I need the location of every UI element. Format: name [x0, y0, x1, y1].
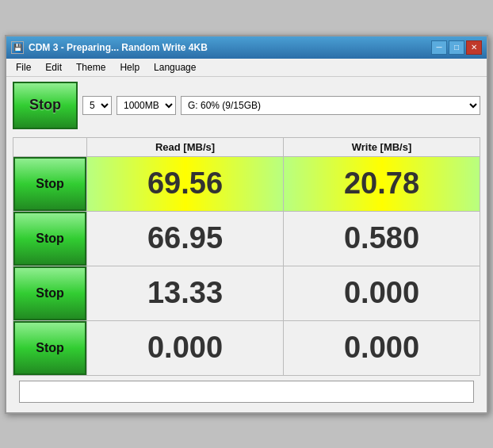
table-row: Stop69.5620.78 — [13, 156, 480, 211]
read-value-1: 66.95 — [87, 211, 284, 266]
stop-button-1[interactable]: Stop — [13, 212, 86, 266]
table-row: Stop13.330.000 — [13, 266, 480, 320]
stop-button-top[interactable]: Stop — [13, 82, 78, 129]
close-button[interactable]: ✕ — [466, 40, 482, 55]
btn-cell-1: Stop — [13, 211, 87, 266]
stop-button-2[interactable]: Stop — [13, 266, 86, 320]
write-value-2: 0.000 — [284, 266, 480, 320]
stop-button-0[interactable]: Stop — [13, 157, 86, 211]
menu-file[interactable]: File — [10, 60, 37, 75]
minimize-button[interactable]: ─ — [431, 40, 447, 55]
data-table: Read [MB/s] Write [MB/s] Stop69.5620.78S… — [13, 137, 480, 376]
menu-edit[interactable]: Edit — [39, 60, 68, 75]
status-bar — [19, 381, 474, 403]
restore-button[interactable]: □ — [449, 40, 464, 55]
write-value-0: 20.78 — [284, 156, 480, 211]
app-icon: 💾 — [11, 41, 24, 54]
menu-language[interactable]: Language — [147, 60, 202, 75]
title-bar-left: 💾 CDM 3 - Preparing... Random Write 4KB — [11, 41, 208, 54]
write-value-1: 0.580 — [284, 211, 480, 266]
window-title: CDM 3 - Preparing... Random Write 4KB — [29, 42, 208, 53]
main-window: 💾 CDM 3 - Preparing... Random Write 4KB … — [5, 35, 488, 414]
table-row: Stop66.950.580 — [13, 211, 480, 266]
read-value-3: 0.000 — [87, 320, 284, 375]
passes-select[interactable]: 5 1 3 — [82, 96, 112, 115]
title-bar: 💾 CDM 3 - Preparing... Random Write 4KB … — [6, 36, 487, 59]
btn-cell-0: Stop — [13, 156, 87, 211]
size-select[interactable]: 1000MB 100MB 500MB — [117, 96, 176, 115]
btn-cell-3: Stop — [13, 320, 87, 375]
read-value-0: 69.56 — [87, 156, 284, 211]
header-write: Write [MB/s] — [284, 137, 480, 156]
menu-theme[interactable]: Theme — [70, 60, 112, 75]
toolbar: Stop 5 1 3 1000MB 100MB 500MB G: 60% (9/… — [6, 77, 487, 134]
header-read: Read [MB/s] — [87, 137, 284, 156]
read-value-2: 13.33 — [87, 266, 284, 320]
btn-cell-2: Stop — [13, 266, 87, 320]
drive-select[interactable]: G: 60% (9/15GB) — [181, 96, 480, 115]
menubar: File Edit Theme Help Language — [6, 59, 487, 77]
main-content: Read [MB/s] Write [MB/s] Stop69.5620.78S… — [6, 134, 487, 412]
stop-button-3[interactable]: Stop — [13, 321, 86, 375]
menu-help[interactable]: Help — [113, 60, 146, 75]
header-empty — [13, 137, 87, 156]
title-controls: ─ □ ✕ — [431, 40, 482, 55]
table-row: Stop0.0000.000 — [13, 320, 480, 375]
write-value-3: 0.000 — [284, 320, 480, 375]
